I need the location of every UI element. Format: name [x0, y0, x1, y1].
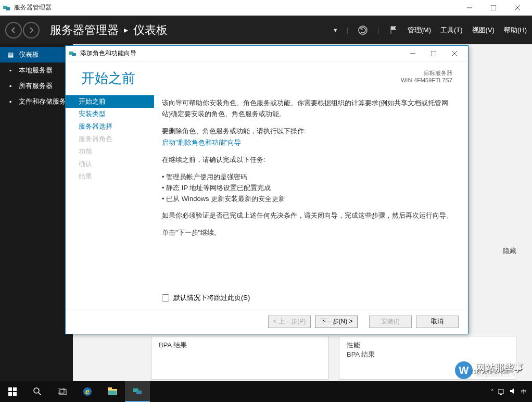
- server-icon: ▪: [6, 66, 15, 74]
- search-button[interactable]: [25, 381, 50, 402]
- app-icon: [3, 4, 11, 12]
- panel-line: BPA 结果: [159, 341, 321, 350]
- sidebar-item-label: 所有服务器: [19, 81, 53, 91]
- tray-volume-icon[interactable]: [510, 387, 517, 396]
- start-button[interactable]: [0, 381, 25, 402]
- storage-icon: ▪: [6, 97, 15, 106]
- prerequisites-list: 管理员帐户使用的是强密码 静态 IP 地址等网络设置已配置完成 已从 Windo…: [162, 172, 455, 204]
- sidebar: ▦ 仪表板 ▪ 本地服务器 ▪ 所有服务器 ▪ 文件和存储服务: [0, 44, 73, 381]
- sidebar-item-file-storage[interactable]: ▪ 文件和存储服务: [0, 94, 73, 109]
- cancel-button[interactable]: 取消: [416, 316, 459, 328]
- nav-features: 功能: [66, 145, 154, 158]
- skip-checkbox-row: 默认情况下将跳过此页(S): [162, 293, 250, 303]
- svg-rect-3: [491, 5, 496, 10]
- back-button[interactable]: [5, 22, 22, 39]
- hide-button[interactable]: 隐藏: [503, 246, 516, 256]
- svg-rect-8: [72, 53, 76, 56]
- svg-rect-14: [13, 387, 17, 391]
- remove-text: 要删除角色、角色服务或功能，请执行以下操作:: [162, 126, 455, 137]
- system-tray: ˄ 中: [491, 387, 532, 396]
- menu-tools[interactable]: 工具(T): [440, 26, 463, 35]
- verify-text: 如果你必须验证是否已完成上述任何先决条件，请关闭向导，完成这些步骤，然后再次运行…: [162, 210, 455, 221]
- dashboard-icon: ▦: [6, 51, 15, 59]
- server-manager-taskbar-icon[interactable]: [125, 381, 150, 402]
- svg-text:e: e: [85, 387, 90, 396]
- prereq-item: 已从 Windows 更新安装最新的安全更新: [162, 194, 455, 205]
- prereq-item: 管理员帐户使用的是强密码: [162, 172, 455, 183]
- svg-rect-19: [58, 388, 64, 393]
- svg-line-18: [39, 393, 41, 395]
- refresh-icon[interactable]: [358, 25, 368, 35]
- svg-rect-1: [6, 7, 10, 10]
- tray-network-icon[interactable]: [498, 387, 505, 396]
- sidebar-item-dashboard[interactable]: ▦ 仪表板: [0, 47, 73, 62]
- watermark-text: 网站那些事: [476, 363, 523, 372]
- task-view-button[interactable]: [50, 381, 75, 402]
- target-server-info: 目标服务器 WIN-4FM59ETL7S7: [401, 69, 452, 83]
- tray-up-icon[interactable]: ˄: [491, 388, 494, 395]
- target-label: 目标服务器: [401, 69, 452, 77]
- prev-button: < 上一步(P): [268, 316, 311, 328]
- sidebar-item-label: 本地服务器: [19, 66, 53, 75]
- breadcrumb-root[interactable]: 服务器管理器: [50, 22, 119, 38]
- sidebar-item-local-server[interactable]: ▪ 本地服务器: [0, 62, 73, 78]
- nav-results: 结果: [66, 170, 154, 183]
- menu-help[interactable]: 帮助(H): [504, 26, 527, 35]
- skip-checkbox[interactable]: [162, 294, 169, 302]
- panel-line: BPA 结果: [347, 350, 509, 359]
- continue-text: 单击"下一步"继续。: [162, 228, 455, 238]
- menu-view[interactable]: 视图(V): [472, 26, 495, 35]
- svg-rect-25: [108, 391, 117, 395]
- svg-rect-10: [431, 51, 436, 56]
- nav-server-select[interactable]: 服务器选择: [66, 120, 154, 133]
- ie-taskbar-icon[interactable]: e: [75, 381, 100, 402]
- wizard-content: 该向导可帮助你安装角色、角色服务或功能。你需要根据组织的计算要求(例如共享文档或…: [154, 93, 468, 298]
- maximize-button[interactable]: [482, 0, 505, 16]
- dialog-close-button[interactable]: [444, 47, 465, 60]
- next-button[interactable]: 下一步(N) >: [315, 316, 358, 328]
- nav-confirm: 确认: [66, 158, 154, 170]
- skip-label: 默认情况下将跳过此页(S): [173, 293, 250, 303]
- explorer-taskbar-icon[interactable]: [100, 381, 125, 402]
- breadcrumb: 服务器管理器 ▸ 仪表板: [50, 22, 168, 38]
- svg-rect-20: [60, 390, 66, 395]
- close-button[interactable]: [505, 0, 529, 16]
- breadcrumb-current: 仪表板: [133, 22, 168, 38]
- wizard-dialog: 添加角色和功能向导 开始之前 目标服务器 WIN-4FM59ETL7S7 开始之…: [65, 45, 468, 334]
- breadcrumb-dropdown[interactable]: ▾: [334, 26, 337, 34]
- forward-button[interactable]: [23, 22, 40, 39]
- sidebar-item-label: 文件和存储服务: [19, 97, 66, 106]
- prereq-item: 静态 IP 地址等网络设置已配置完成: [162, 183, 455, 194]
- remove-wizard-link[interactable]: 启动"删除角色和功能"向导: [162, 139, 241, 146]
- nav-before-begin[interactable]: 开始之前: [66, 95, 154, 108]
- sidebar-item-label: 仪表板: [19, 50, 39, 59]
- intro-text: 该向导可帮助你安装角色、角色服务或功能。你需要根据组织的计算要求(例如共享文档或…: [162, 98, 455, 120]
- wizard-nav: 开始之前 安装类型 服务器选择 服务器角色 功能 确认 结果: [66, 93, 154, 298]
- tasks-heading: 在继续之前，请确认完成以下任务:: [162, 155, 455, 166]
- sidebar-item-all-servers[interactable]: ▪ 所有服务器: [0, 78, 73, 94]
- dialog-title: 添加角色和功能向导: [80, 49, 136, 58]
- app-header: 服务器管理器 ▸ 仪表板 ▾ | | 管理(M) 工具(T) 视图(V) 帮助(…: [0, 16, 532, 44]
- menu-manage[interactable]: 管理(M): [408, 26, 432, 35]
- dialog-minimize-button[interactable]: [402, 47, 423, 60]
- watermark-badge: W: [455, 361, 473, 379]
- servers-icon: ▪: [6, 82, 15, 90]
- bg-panel-1: BPA 结果: [151, 336, 328, 380]
- target-name: WIN-4FM59ETL7S7: [401, 77, 452, 83]
- svg-rect-28: [498, 390, 503, 394]
- dialog-icon: [69, 49, 77, 58]
- svg-rect-27: [136, 391, 142, 394]
- svg-point-17: [34, 388, 39, 393]
- flag-icon[interactable]: [389, 26, 398, 35]
- dialog-titlebar: 添加角色和功能向导: [66, 46, 468, 61]
- panel-line: 性能: [347, 341, 509, 350]
- watermark-sub: wangzhanshi.COM: [476, 372, 523, 378]
- nav-install-type[interactable]: 安装类型: [66, 108, 154, 120]
- dialog-maximize-button[interactable]: [423, 47, 444, 60]
- minimize-button[interactable]: [458, 0, 482, 16]
- nav-server-roles: 服务器角色: [66, 133, 154, 145]
- svg-rect-16: [13, 392, 17, 396]
- svg-rect-24: [108, 387, 112, 390]
- tray-ime-icon[interactable]: 中: [521, 388, 527, 396]
- svg-rect-13: [8, 387, 12, 391]
